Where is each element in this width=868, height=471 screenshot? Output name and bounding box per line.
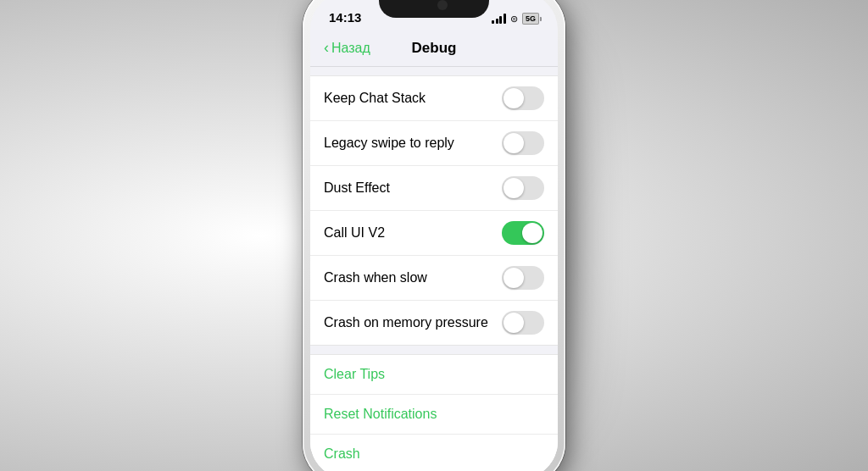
toggle-thumb xyxy=(504,313,524,333)
toggle-keep-chat-stack[interactable] xyxy=(502,86,544,110)
nav-bar: ‹ Назад Debug xyxy=(310,30,558,67)
setting-row-dust-effect: Dust Effect xyxy=(310,166,558,211)
notch xyxy=(379,0,489,18)
chevron-left-icon: ‹ xyxy=(324,39,329,57)
action-row-crash[interactable]: Crash xyxy=(310,435,558,471)
setting-row-call-ui-v2: Call UI V2 xyxy=(310,211,558,256)
back-label: Назад xyxy=(331,41,370,56)
toggle-crash-when-slow[interactable] xyxy=(502,266,544,290)
phone: 14:13 ⊜ 5G ‹ Назад Debug xyxy=(303,0,565,471)
action-label-reset-notifications: Reset Notifications xyxy=(324,407,437,422)
page-title: Debug xyxy=(412,40,457,57)
back-button[interactable]: ‹ Назад xyxy=(324,39,370,57)
scene: 14:13 ⊜ 5G ‹ Назад Debug xyxy=(0,0,868,471)
setting-row-keep-chat-stack: Keep Chat Stack xyxy=(310,76,558,121)
toggle-call-ui-v2[interactable] xyxy=(502,221,544,245)
action-row-clear-tips[interactable]: Clear Tips xyxy=(310,355,558,395)
action-label-clear-tips: Clear Tips xyxy=(324,367,385,382)
toggle-thumb xyxy=(522,223,542,243)
settings-toggle-group: Keep Chat Stack Legacy swipe to reply Du… xyxy=(310,75,558,346)
toggle-thumb xyxy=(504,268,524,288)
setting-label-legacy-swipe: Legacy swipe to reply xyxy=(324,136,454,151)
setting-row-legacy-swipe: Legacy swipe to reply xyxy=(310,121,558,166)
toggle-thumb xyxy=(504,133,524,153)
toggle-thumb xyxy=(504,88,524,108)
setting-label-crash-memory: Crash on memory pressure xyxy=(324,315,488,330)
action-row-reset-notifications[interactable]: Reset Notifications xyxy=(310,395,558,435)
toggle-crash-memory[interactable] xyxy=(502,311,544,335)
action-label-crash: Crash xyxy=(324,446,360,462)
battery-icon: 5G xyxy=(522,13,539,25)
toggle-legacy-swipe[interactable] xyxy=(502,131,544,155)
setting-row-crash-when-slow: Crash when slow xyxy=(310,256,558,301)
setting-label-dust-effect: Dust Effect xyxy=(324,180,390,196)
signal-icon xyxy=(492,14,506,24)
setting-label-crash-when-slow: Crash when slow xyxy=(324,270,427,285)
status-icons: ⊜ 5G xyxy=(492,13,539,25)
camera xyxy=(437,0,448,10)
setting-label-call-ui-v2: Call UI V2 xyxy=(324,225,385,241)
screen: 14:13 ⊜ 5G ‹ Назад Debug xyxy=(310,0,558,471)
setting-row-crash-memory: Crash on memory pressure xyxy=(310,301,558,345)
action-group: Clear Tips Reset Notifications Crash xyxy=(310,354,558,471)
wifi-icon: ⊜ xyxy=(510,14,518,25)
settings-content: Keep Chat Stack Legacy swipe to reply Du… xyxy=(310,67,558,471)
toggle-thumb xyxy=(504,178,524,198)
setting-label-keep-chat-stack: Keep Chat Stack xyxy=(324,91,426,106)
toggle-dust-effect[interactable] xyxy=(502,176,544,200)
status-time: 14:13 xyxy=(329,10,361,25)
